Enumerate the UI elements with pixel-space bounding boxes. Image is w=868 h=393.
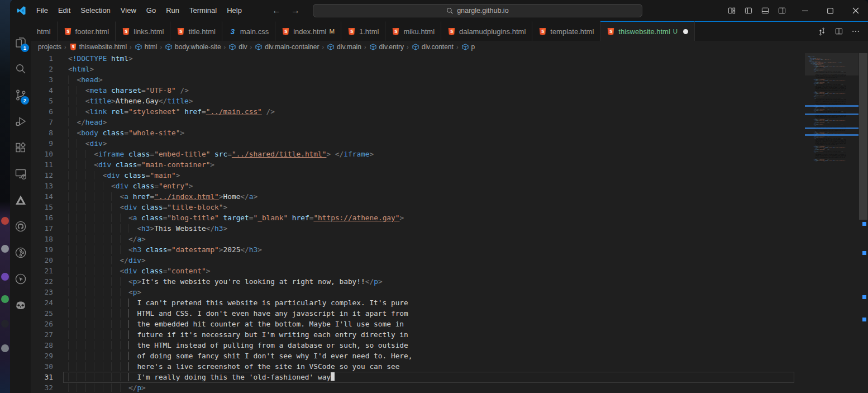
symbol-icon bbox=[461, 43, 469, 51]
code-line-16: 16 <a class="blog-title" target="_blank"… bbox=[31, 212, 868, 223]
code-line-12: 12 <div class="main"> bbox=[31, 170, 868, 181]
line-number: 22 bbox=[31, 276, 53, 287]
desktop-icon bbox=[1, 245, 9, 253]
menu-selection[interactable]: Selection bbox=[75, 0, 115, 21]
breadcrumb-item[interactable]: body.whole-site bbox=[165, 43, 221, 51]
breadcrumb-item[interactable]: div.content bbox=[412, 43, 454, 51]
code-line-9: 9 <div> bbox=[31, 138, 868, 149]
tab-main.css[interactable]: 3main.css bbox=[222, 21, 275, 41]
window-controls bbox=[793, 0, 868, 21]
breadcrumb-item[interactable]: 5thiswebsite.html bbox=[69, 43, 127, 51]
activity-extension-logo-icon[interactable] bbox=[10, 187, 31, 213]
tab-miku.html[interactable]: 5miku.html bbox=[385, 21, 441, 41]
line-number: 7 bbox=[31, 117, 53, 127]
code-line-32: 32 </p> bbox=[31, 382, 868, 393]
tab-links.html[interactable]: 5links.html bbox=[116, 21, 170, 41]
activity-explorer-icon[interactable]: 1 bbox=[10, 29, 31, 55]
breadcrumb-item[interactable]: div.entry bbox=[369, 43, 404, 51]
menu-file[interactable]: File bbox=[31, 0, 53, 21]
git-status-badge: U bbox=[673, 28, 678, 35]
close-button[interactable] bbox=[843, 0, 868, 21]
line-number: 17 bbox=[31, 223, 53, 234]
activity-git-extension-icon[interactable] bbox=[10, 239, 31, 266]
svg-text:5: 5 bbox=[179, 29, 182, 34]
line-number: 21 bbox=[31, 266, 53, 276]
code-line-26: 26 the embedded hit counter at the botto… bbox=[31, 319, 868, 329]
nav-back-button[interactable]: ← bbox=[267, 6, 286, 16]
menu-run[interactable]: Run bbox=[161, 0, 184, 21]
menu-view[interactable]: View bbox=[116, 0, 141, 21]
tab-thiswebsite.html[interactable]: 5thiswebsite.htmlU bbox=[600, 21, 695, 41]
toggle-panel-icon[interactable] bbox=[758, 3, 772, 18]
breadcrumb-item[interactable]: html bbox=[135, 43, 158, 51]
svg-text:5: 5 bbox=[394, 29, 397, 34]
toggle-secondary-sidebar-icon[interactable] bbox=[775, 3, 789, 18]
code-line-13: 13 <div class="entry"> bbox=[31, 181, 868, 191]
tab-html[interactable]: html bbox=[31, 21, 58, 41]
overview-ruler-mark bbox=[862, 295, 866, 299]
breadcrumb-item[interactable]: div bbox=[228, 43, 247, 51]
activity-run-debug-icon[interactable] bbox=[10, 108, 31, 134]
html-file-icon: 5 bbox=[64, 27, 72, 36]
code-lines: 1<!DOCTYPE html>2<html>3 <head>4 <meta c… bbox=[31, 53, 868, 393]
breadcrumb-item[interactable]: projects bbox=[38, 43, 61, 51]
html-file-icon: 5 bbox=[177, 27, 185, 36]
minimize-button[interactable] bbox=[793, 0, 818, 21]
open-changes-icon[interactable] bbox=[817, 27, 827, 36]
activity-remote-explorer-icon[interactable] bbox=[10, 160, 31, 187]
svg-text:5: 5 bbox=[71, 45, 74, 49]
nav-forward-button[interactable]: → bbox=[286, 6, 305, 16]
vertical-scrollbar[interactable] bbox=[859, 53, 868, 393]
breadcrumb-item[interactable]: p bbox=[461, 43, 475, 51]
command-center-search[interactable]: gnargle.github.io bbox=[313, 4, 642, 17]
more-actions-icon[interactable] bbox=[851, 27, 860, 36]
search-icon bbox=[446, 7, 454, 15]
menu-terminal[interactable]: Terminal bbox=[184, 0, 222, 21]
activity-source-control-icon[interactable]: 2 bbox=[10, 82, 31, 108]
activity-extensions-icon[interactable] bbox=[10, 134, 31, 160]
line-number: 24 bbox=[31, 297, 53, 308]
line-number: 20 bbox=[31, 255, 53, 266]
activity-github-icon[interactable] bbox=[10, 213, 31, 239]
code-line-1: 1<!DOCTYPE html> bbox=[31, 53, 868, 64]
menubar: FileEditSelectionViewGoRunTerminalHelp bbox=[31, 0, 247, 21]
layout-controls bbox=[724, 3, 793, 18]
code-line-22: 22 <p>It's the website you're looking at… bbox=[31, 276, 868, 287]
code-line-28: 28 the HTML instead of pulling from a da… bbox=[31, 340, 868, 351]
chevron-right-icon: › bbox=[127, 44, 135, 50]
activity-search-icon[interactable] bbox=[10, 55, 31, 82]
tab-title.html[interactable]: 5title.html bbox=[170, 21, 222, 41]
svg-text:5: 5 bbox=[541, 29, 544, 34]
code-editor[interactable]: 1<!DOCTYPE html>2<html>3 <head>4 <meta c… bbox=[31, 53, 868, 393]
breadcrumb-item[interactable]: div.main-container bbox=[255, 43, 319, 51]
tab-template.html[interactable]: 5template.html bbox=[532, 21, 600, 41]
code-line-20: 20 </div> bbox=[31, 255, 868, 266]
menu-go[interactable]: Go bbox=[141, 0, 161, 21]
symbol-icon bbox=[165, 43, 173, 51]
code-line-27: 27 future if it's necessary but I'm writ… bbox=[31, 329, 868, 340]
html-file-icon: 5 bbox=[447, 27, 456, 36]
customize-layout-icon[interactable] bbox=[724, 3, 739, 18]
scrollbar-thumb[interactable] bbox=[859, 53, 867, 220]
html-file-icon: 5 bbox=[392, 27, 400, 36]
tab-dalamudplugins.html[interactable]: 5dalamudplugins.html bbox=[441, 21, 532, 41]
code-line-8: 8 <body class="whole-site"> bbox=[31, 127, 868, 138]
line-number: 11 bbox=[31, 159, 53, 170]
menu-help[interactable]: Help bbox=[222, 0, 247, 21]
tab-1.html[interactable]: 51.html bbox=[341, 21, 385, 41]
minimap[interactable]: <!DOCTYPE html><html> <head> <meta chars… bbox=[805, 53, 859, 393]
activity-gitlens-icon[interactable] bbox=[10, 266, 31, 292]
maximize-button[interactable] bbox=[818, 0, 843, 21]
code-line-25: 25 HTML and CSS. I don't even have any j… bbox=[31, 308, 868, 319]
breadcrumb-item[interactable]: div.main bbox=[327, 43, 361, 51]
tab-index.html[interactable]: 5index.htmlM bbox=[275, 21, 341, 41]
code-line-29: 29 of doing some fancy shit I don't see … bbox=[31, 351, 868, 361]
activity-godot-tools-icon[interactable] bbox=[10, 292, 31, 318]
tab-footer.html[interactable]: 5footer.html bbox=[58, 21, 116, 41]
code-line-3: 3 <head> bbox=[31, 74, 868, 85]
split-editor-icon[interactable] bbox=[834, 27, 843, 36]
menu-edit[interactable]: Edit bbox=[53, 0, 75, 21]
toggle-primary-sidebar-icon[interactable] bbox=[741, 3, 756, 18]
chevron-right-icon: › bbox=[61, 44, 69, 50]
line-number: 26 bbox=[31, 319, 53, 329]
